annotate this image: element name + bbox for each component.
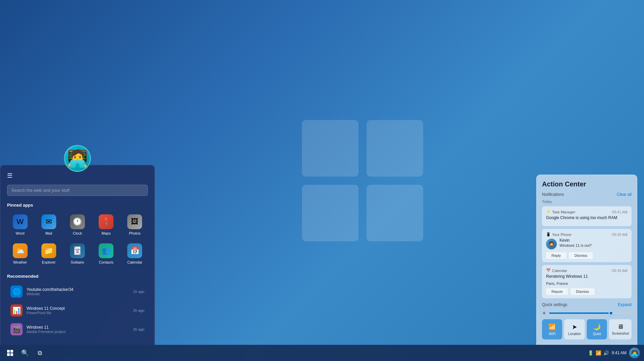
notifications-label: Notifications xyxy=(542,192,564,197)
rec-icon-youtube: 🌐 xyxy=(10,285,23,298)
app-icon-contacts: 👥 xyxy=(99,243,113,258)
notif-event: Rendering Windows 11 xyxy=(546,274,628,279)
ac-header: Notifications Clear all xyxy=(542,192,632,197)
qs-tile-location[interactable]: ➤ Location xyxy=(564,319,584,339)
rec-item-youtube[interactable]: 🌐 Youtube.com/thehacker34 Website 1h ago xyxy=(7,283,148,300)
start-button[interactable] xyxy=(4,347,16,359)
rec-time-w11concept: 2h ago xyxy=(133,308,144,312)
notif-app-phone: 📱 Your Phone xyxy=(546,232,571,237)
volume-icon: 🔊 xyxy=(603,350,609,356)
hamburger-menu-button[interactable]: ☰ xyxy=(7,172,12,179)
desktop: 🧑‍💻 ☰ Pinned apps W Word ✉ Mail 🕐 Clock … xyxy=(0,0,644,361)
app-maps[interactable]: 📍 Maps xyxy=(93,212,119,238)
app-contacts[interactable]: 👥 Contacts xyxy=(93,241,119,267)
svg-rect-1 xyxy=(367,120,423,177)
dismiss-button-cal[interactable]: Dismiss xyxy=(571,288,595,295)
taskbar-right: 🔋 📶 🔊 9:41 AM 🧑‍💻 xyxy=(588,348,640,358)
app-explorer[interactable]: 📁 Explorer xyxy=(36,241,62,267)
search-input[interactable] xyxy=(7,185,148,196)
app-icon-calendar: 📅 xyxy=(127,243,142,258)
notif-message-phone: Windows 11 is out? xyxy=(560,243,591,247)
app-calendar[interactable]: 📅 Calendar xyxy=(122,241,148,267)
app-word[interactable]: W Word xyxy=(7,212,33,238)
rec-sub-w11: Adobe Premiere project xyxy=(27,330,129,334)
battery-icon: 🔋 xyxy=(588,350,594,356)
app-clock[interactable]: 🕐 Clock xyxy=(64,212,90,238)
start-menu-header: ☰ xyxy=(7,172,148,179)
app-mail[interactable]: ✉ Mail xyxy=(36,212,62,238)
reply-button[interactable]: Reply xyxy=(546,252,566,259)
app-label-maps: Maps xyxy=(102,231,111,235)
action-center: Action Center Notifications Clear all To… xyxy=(536,175,637,345)
rec-name-youtube: Youtube.com/thehacker34 xyxy=(27,287,129,292)
notif-actions-cal: Report Dismiss xyxy=(546,288,628,295)
app-label-mail: Mail xyxy=(45,231,52,235)
rec-name-w11concept: Windows 11 Concept xyxy=(27,306,129,311)
slider-thumb xyxy=(609,311,613,315)
rec-info-w11: Windows 11 Adobe Premiere project xyxy=(27,325,129,334)
rec-icon-w11concept: 📊 xyxy=(10,304,23,317)
app-icon-mail: ✉ xyxy=(41,214,56,229)
svg-rect-6 xyxy=(7,353,10,356)
notif-header-phone: 📱 Your Phone 09:39 AM xyxy=(546,232,628,237)
rec-item-w11[interactable]: 🎬 Windows 11 Adobe Premiere project 3h a… xyxy=(7,321,148,338)
wifi-icon: 📶 xyxy=(596,350,601,356)
app-weather[interactable]: ⛅ Weather xyxy=(7,241,33,267)
search-button[interactable]: 🔍 xyxy=(19,347,31,359)
qs-label-location: Location xyxy=(568,332,581,336)
recommended-list: 🌐 Youtube.com/thehacker34 Website 1h ago… xyxy=(7,283,148,338)
svg-rect-7 xyxy=(10,353,13,356)
qs-icon-wifi: 📶 xyxy=(548,323,556,331)
app-solitaire[interactable]: 🃏 Solitaire xyxy=(64,241,90,267)
user-avatar[interactable]: 🧑‍💻 xyxy=(64,145,91,172)
app-label-word: Word xyxy=(16,231,25,235)
start-menu: 🧑‍💻 ☰ Pinned apps W Word ✉ Mail 🕐 Clock … xyxy=(0,165,155,345)
app-label-solitaire: Solitaire xyxy=(71,260,84,264)
your-phone-icon: 📱 xyxy=(546,232,551,237)
app-icon-explorer: 📁 xyxy=(41,243,56,258)
notif-app-tm: ⚡ Task Manager xyxy=(546,210,575,214)
app-icon-photos: 🖼 xyxy=(127,214,142,229)
quick-settings-header: Quick settings Expand xyxy=(542,302,632,307)
clock-time: 9:41 AM xyxy=(612,350,626,356)
qs-icon-quiet: 🌙 xyxy=(593,323,601,331)
qs-tile-wifi[interactable]: 📶 WiFi xyxy=(542,319,562,339)
qs-tile-quiet[interactable]: 🌙 Quiet xyxy=(587,319,607,339)
notif-sender: Kevin xyxy=(560,238,591,243)
app-label-calendar: Calendar xyxy=(127,260,142,264)
clear-all-button[interactable]: Clear all xyxy=(617,192,632,197)
notif-time-phone: 09:39 AM xyxy=(612,233,628,237)
app-label-explorer: Explorer xyxy=(42,260,56,264)
taskbar-time: 9:41 AM xyxy=(612,350,626,356)
phone-contact-avatar: 🧔 xyxy=(546,239,557,249)
pinned-apps-grid: W Word ✉ Mail 🕐 Clock 📍 Maps 🖼 Photos ⛅ … xyxy=(7,212,148,267)
svg-rect-5 xyxy=(10,350,13,353)
qs-label-quiet: Quiet xyxy=(593,332,601,336)
app-photos[interactable]: 🖼 Photos xyxy=(122,212,148,238)
qs-tile-screenshot[interactable]: 🖥 Screenshot xyxy=(609,319,632,339)
rec-time-youtube: 1h ago xyxy=(133,290,144,294)
qs-label-wifi: WiFi xyxy=(549,332,555,336)
notification-calendar: 📅 Calendar 09:39 AM Rendering Windows 11… xyxy=(542,265,632,298)
today-label: Today xyxy=(542,200,632,204)
notif-time-tm: 09:41 AM xyxy=(612,210,628,214)
svg-rect-2 xyxy=(302,185,359,241)
quick-settings-label: Quick settings xyxy=(542,302,567,307)
notif-location: Paris, France xyxy=(546,281,628,285)
brightness-slider[interactable] xyxy=(549,312,632,314)
task-view-button[interactable]: ⧉ xyxy=(34,347,46,359)
expand-button[interactable]: Expand xyxy=(618,302,632,307)
system-icons: 🔋 📶 🔊 xyxy=(588,350,609,356)
app-icon-word: W xyxy=(13,214,28,229)
taskbar: 🔍 ⧉ 🔋 📶 🔊 9:41 AM 🧑‍💻 xyxy=(0,345,644,361)
rec-item-w11concept[interactable]: 📊 Windows 11 Concept PowerPoint file 2h … xyxy=(7,302,148,319)
taskbar-avatar[interactable]: 🧑‍💻 xyxy=(629,348,640,358)
app-icon-clock: 🕐 xyxy=(70,214,85,229)
dismiss-button-phone[interactable]: Dismiss xyxy=(569,252,593,259)
app-icon-maps: 📍 xyxy=(99,214,113,229)
qs-icon-location: ➤ xyxy=(572,323,577,331)
notif-header-cal: 📅 Calendar 09:39 AM xyxy=(546,268,628,273)
calendar-icon: 📅 xyxy=(546,268,551,273)
notif-app-cal: 📅 Calendar xyxy=(546,268,567,273)
report-button[interactable]: Report xyxy=(546,288,568,295)
